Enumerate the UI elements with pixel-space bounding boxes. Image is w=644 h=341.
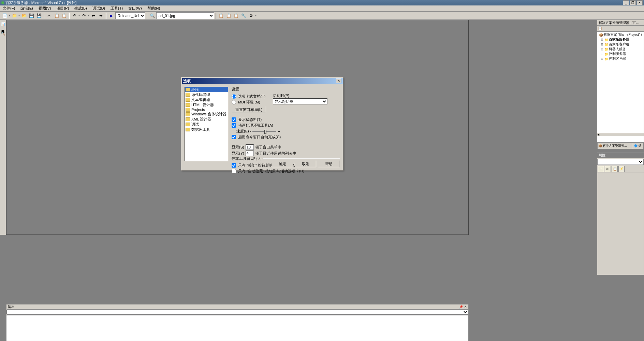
options-category-tree: 环境 源代码管理 文本编辑器 HTML 设计器 Projects Windows… — [185, 87, 228, 161]
tree-item-environment[interactable]: 环境 — [185, 87, 228, 92]
menu-debug[interactable]: 调试(D) — [90, 5, 108, 11]
settings-legend: 设置 — [232, 87, 340, 92]
properties-title: 属性 — [597, 153, 644, 158]
tree-root[interactable]: 📦解决方案 "GameProject" ( — [598, 32, 643, 37]
chk-autohide-affects-tab[interactable] — [232, 169, 236, 173]
show-window-label: 显示(S) — [232, 145, 244, 150]
cut-icon[interactable]: ✂ — [46, 12, 53, 19]
show-window-suffix: 项于窗口菜单中 — [255, 145, 281, 150]
tree-item-project-4[interactable]: ⊞📁控制客户端 — [598, 56, 643, 61]
tree-item-projects[interactable]: Projects — [185, 108, 228, 112]
tb-icon-1[interactable]: 📋 — [218, 12, 224, 19]
reset-layout-button[interactable]: 重置窗口布局(L) — [232, 106, 266, 113]
redo-icon[interactable]: ↷ — [80, 12, 87, 19]
ok-button[interactable]: 确定 — [272, 160, 293, 167]
options-dialog: 选项 ✕ 环境 源代码管理 文本编辑器 HTML 设计器 Projects Wi… — [181, 77, 343, 171]
menu-build[interactable]: 生成(B) — [72, 5, 90, 11]
solution-explorer-title: 解决方案资源管理器 - 百... — [597, 20, 644, 26]
chk-autohide-label: 只有 "自动隐藏" 按钮影响活动选项卡(H) — [238, 169, 304, 174]
tree-item-project-2[interactable]: ⊞📁机器人服务 — [598, 47, 643, 52]
tree-item-text-editor[interactable]: 文本编辑器 — [185, 97, 228, 102]
radio-tabbed[interactable] — [232, 94, 236, 99]
left-docked-tabs: 📊 服务器资源管理器 🔨 — [0, 20, 6, 235]
nav-fwd-icon[interactable]: ➡ — [98, 12, 104, 19]
output-source-selector[interactable] — [6, 309, 468, 315]
tab-solution-explorer[interactable]: 📦解决方案资源管... — [598, 143, 633, 149]
chk-animate-label: 动画处理环境工具(A) — [238, 123, 273, 128]
chk-animate[interactable] — [232, 123, 236, 128]
chk-statusbar[interactable] — [232, 117, 236, 122]
properties-toolbar: ⊞ A↓ 📋 ⚡ — [597, 166, 644, 172]
speed-slider[interactable] — [252, 131, 276, 132]
radio-mdi[interactable] — [232, 100, 236, 104]
minimize-button[interactable]: _ — [623, 0, 629, 5]
menu-file[interactable]: 文件(F) — [0, 5, 18, 11]
tab-class-view[interactable]: 🔷类 — [633, 143, 643, 149]
tree-item-project-0[interactable]: ⊞📁百家乐服务器 — [598, 37, 643, 42]
tb-icon-2[interactable]: 📋 — [225, 12, 232, 19]
dialog-close-button[interactable]: ✕ — [336, 79, 341, 83]
new-project-icon[interactable]: 📄 — [1, 12, 8, 19]
tb-icon-4[interactable]: 🔧 — [240, 12, 247, 19]
save-icon[interactable]: 💾 — [28, 12, 35, 19]
copy-icon[interactable]: 📋 — [53, 12, 60, 19]
show-window-input[interactable] — [246, 144, 254, 150]
nav-back-icon[interactable]: ⬅ — [90, 12, 97, 19]
tree-item-project-1[interactable]: ⊞📁百家乐客户端 — [598, 42, 643, 47]
menu-view[interactable]: 视图(V) — [36, 5, 54, 11]
events-icon[interactable]: ⚡ — [618, 166, 625, 172]
cancel-button[interactable]: 取消 — [295, 160, 316, 167]
tree-item-source-control[interactable]: 源代码管理 — [185, 92, 228, 97]
properties-panel: 属性 ⊞ A↓ 📋 ⚡ — [597, 152, 644, 275]
menu-window[interactable]: 窗口(W) — [126, 5, 145, 11]
tree-item-database[interactable]: 数据库工具 — [185, 127, 228, 132]
config-selector[interactable]: Release_Unicode — [115, 12, 145, 19]
paste-icon[interactable]: 📋 — [61, 12, 68, 19]
undo-icon[interactable]: ↶ — [71, 12, 78, 19]
tree-item-project-3[interactable]: ⊞📁控制服务器 — [598, 52, 643, 56]
chk-cmdcomplete[interactable] — [232, 135, 236, 139]
tree-item-html-designer[interactable]: HTML 设计器 — [185, 102, 228, 108]
main-toolbar: 📄 ▾ 📁 ▾ 📂 💾 💾 ✂ 📋 📋 ↶ ▾ ↷ ▾ ⬅ ➡ ▶ Releas… — [0, 12, 644, 20]
startup-selector[interactable]: 显示起始页 — [273, 98, 327, 104]
add-item-icon[interactable]: 📁 — [11, 12, 18, 19]
close-button[interactable]: ✕ — [636, 0, 643, 5]
menu-edit[interactable]: 编辑(E) — [18, 5, 36, 11]
tree-item-debugging[interactable]: 调试 — [185, 122, 228, 127]
output-pin-icon[interactable]: 📌 — [459, 305, 463, 309]
tb-icon-3[interactable]: 📋 — [233, 12, 239, 19]
menu-help[interactable]: 帮助(H) — [145, 5, 163, 11]
solution-tree: 📦解决方案 "GameProject" ( ⊞📁百家乐服务器 ⊞📁百家乐客户端 … — [597, 32, 644, 62]
find-combo[interactable]: ad_01.jpg — [156, 12, 214, 19]
solution-explorer-toolbar: 📋 — [597, 26, 644, 32]
output-close-icon[interactable]: ✕ — [464, 305, 467, 309]
server-explorer-tab-icon[interactable]: 📊 — [0, 21, 6, 27]
window-title: 百家乐服务器 - Microsoft Visual C++ [设计] — [5, 0, 76, 5]
menu-project[interactable]: 项目(P) — [54, 5, 72, 11]
properties-object-selector[interactable] — [597, 159, 644, 165]
speed-label: 速度(E) - — [236, 129, 251, 134]
tb-icon-5[interactable]: ⚙ — [248, 12, 254, 19]
properties-grid — [597, 172, 644, 275]
tree-item-winforms[interactable]: Windows 窗体设计器 — [185, 112, 228, 117]
maximize-button[interactable]: ❐ — [630, 0, 636, 5]
window-titlebar: 百家乐服务器 - Microsoft Visual C++ [设计] _ ❐ ✕ — [0, 0, 644, 5]
alphabetical-icon[interactable]: A↓ — [605, 166, 611, 172]
properties-icon-2[interactable]: 📋 — [612, 166, 618, 172]
menu-tools[interactable]: 工具(T) — [108, 5, 126, 11]
open-icon[interactable]: 📂 — [20, 12, 27, 19]
help-button[interactable]: 帮助 — [318, 160, 339, 167]
save-all-icon[interactable]: 💾 — [35, 12, 42, 19]
find-in-files-icon[interactable]: 🔍 — [149, 12, 156, 19]
output-panel: 输出 📌 ✕ — [6, 304, 469, 341]
show-mru-input[interactable] — [246, 151, 254, 156]
tree-item-xml-designer[interactable]: XML 设计器 — [185, 117, 228, 122]
properties-icon[interactable]: 📋 — [598, 26, 603, 31]
categorized-icon[interactable]: ⊞ — [598, 166, 604, 172]
show-mru-suffix: 项于最近使用过的列表中 — [255, 151, 296, 156]
dialog-title-text: 选项 — [183, 79, 191, 84]
dock-group-label: 停靠工具窗口行为 — [232, 156, 263, 161]
toolbox-tab-icon[interactable]: 🔨 — [0, 31, 6, 36]
chk-close-affects-tab[interactable] — [232, 163, 236, 168]
start-icon[interactable]: ▶ — [108, 12, 115, 19]
